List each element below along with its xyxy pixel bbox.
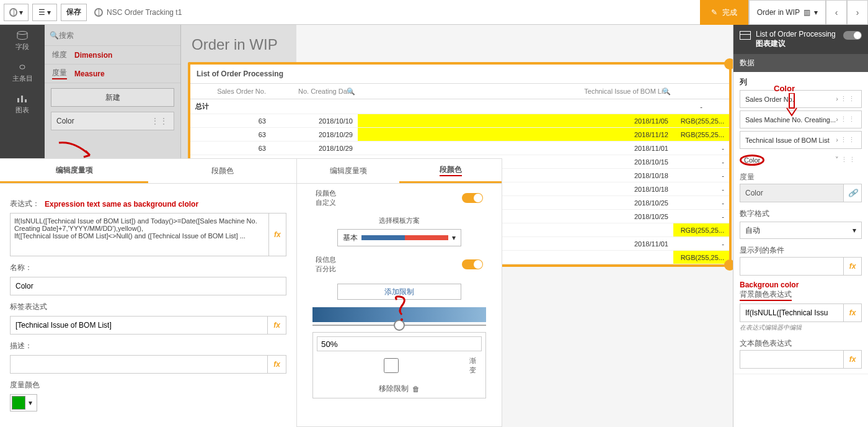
fx-button[interactable]: fx [844, 257, 862, 276]
link-icon [16, 63, 29, 71]
show-condition-input[interactable] [740, 257, 844, 276]
number-format-select[interactable]: 自动▾ [740, 222, 862, 239]
color-swatch [12, 396, 25, 410]
table-row[interactable]: 632018/10/292018/11/12RGB(255,25... [190, 128, 729, 142]
list-dropdown[interactable]: ☰ ▾ [32, 4, 57, 21]
fx-button[interactable]: fx [844, 350, 862, 369]
col-creating-date[interactable]: No. Creating Date🔍 [271, 84, 358, 99]
col-sales-order[interactable]: Sales Order No. [190, 84, 271, 99]
fx-button[interactable]: fx [268, 316, 286, 335]
edit-measure-modal: 编辑度量项 段颜色 表达式：Expression text same as ba… [0, 158, 296, 427]
text-expr-input[interactable] [740, 350, 844, 369]
measure-field[interactable] [740, 184, 844, 202]
globe-icon [94, 8, 103, 17]
bg-expr-input[interactable] [740, 303, 844, 322]
hand-question [391, 295, 415, 326]
fx-button[interactable]: fx [844, 303, 862, 322]
new-button[interactable]: 新建 [51, 88, 174, 107]
trash-icon: 🗑 [412, 385, 420, 393]
measure-annotation: Measure [74, 70, 105, 78]
rail-charts[interactable]: 图表 [0, 88, 45, 120]
next-sheet-button[interactable]: › [847, 0, 868, 25]
table-row[interactable]: 632018/10/292018/11/01- [190, 142, 729, 155]
bg-annotation: Backgroun color [740, 281, 862, 289]
columns-label: 列 [740, 77, 862, 88]
tab-segment-color[interactable]: 段颜色 [148, 159, 296, 183]
table-title: List of Order Processing [190, 65, 729, 84]
bar-chart-icon [16, 94, 29, 103]
scheme-select[interactable]: 基本 ▾ [337, 229, 461, 246]
hand-arrow-1 [56, 140, 105, 171]
svg-rect-4 [789, 93, 794, 108]
table-row[interactable]: 632018/10/102018/11/05RGB(255,25... [190, 114, 729, 128]
properties-panel: List of Order Processing 图表建议 数据 列 Sales… [733, 25, 868, 427]
panel-header: List of Order Processing 图表建议 [733, 25, 868, 54]
sheet-title-top: NSC Order Tracking t1 [94, 8, 182, 17]
search-icon[interactable]: 🔍 [662, 88, 671, 96]
search-icon: 🔍 [50, 31, 59, 40]
top-toolbar: ▾ ☰ ▾ 保存 NSC Order Tracking t1 ✎ 完成 Orde… [0, 0, 868, 25]
segment-color-modal: 编辑度量项 段颜色 段颜色自定义 选择模板方案 基本 ▾ 段信息百分比 添加限制… [296, 158, 502, 427]
field-sales-order[interactable]: Sales Order No.› ⋮⋮ [740, 90, 862, 108]
svg-rect-2 [21, 96, 23, 102]
field-color[interactable]: Color ˅ ⋮⋮ [740, 151, 862, 168]
scheme-preview [361, 235, 448, 240]
search-icon[interactable]: 🔍 [347, 88, 355, 96]
remove-limit-button[interactable]: 移除限制🗑 [317, 384, 482, 394]
segment-color-toggle[interactable] [462, 193, 483, 203]
data-tab[interactable]: 数据 [733, 54, 868, 72]
drag-icon: ⋮⋮ [151, 117, 169, 125]
fields-panel: 🔍 维度Dimension 度量Measure 新建 Color ⋮⋮ [45, 25, 181, 158]
globe-dropdown[interactable]: ▾ [4, 4, 29, 21]
dimension-row[interactable]: 维度Dimension [45, 46, 180, 65]
measure-color-picker[interactable]: ▾ [10, 394, 37, 411]
color-measure-item[interactable]: Color ⋮⋮ [51, 112, 174, 130]
done-button[interactable]: ✎ 完成 [700, 0, 749, 25]
fx-button[interactable]: fx [268, 355, 286, 374]
description-input[interactable] [10, 355, 268, 374]
sheet-selector[interactable]: Order in WIP ▥ ▾ [749, 0, 826, 25]
gradient-checkbox[interactable] [317, 358, 466, 373]
measure-row[interactable]: 度量Measure [45, 65, 180, 83]
field-machine-date[interactable]: Sales Machine No. Creating...› ⋮⋮ [740, 110, 862, 128]
chart-icon: ▥ [804, 8, 810, 17]
globe-icon [9, 8, 17, 17]
rail-fields[interactable]: 字段 [0, 25, 45, 56]
left-rail: 字段 主条目 图表 [0, 25, 45, 158]
percent-input[interactable] [317, 336, 482, 351]
name-input[interactable] [10, 277, 286, 295]
svg-point-5 [401, 318, 403, 321]
link-button[interactable]: 🔗 [844, 184, 862, 202]
hand-arrow-2 [784, 93, 799, 118]
expr-annotation: Expression text same as background clolo… [45, 200, 198, 209]
expression-textarea[interactable]: If(IsNULL([Technical Issue of BOM List])… [10, 213, 269, 256]
color-column-label: Color [774, 84, 795, 93]
color-circled: Color [740, 155, 764, 166]
label-expr-input[interactable] [10, 316, 268, 335]
prev-sheet-button[interactable]: ‹ [826, 0, 847, 25]
suggestion-toggle[interactable] [843, 31, 862, 40]
svg-rect-3 [25, 99, 27, 102]
dimension-annotation: Dimension [74, 51, 112, 60]
svg-point-0 [17, 32, 27, 35]
save-button[interactable]: 保存 [61, 4, 87, 21]
tab-edit-measure-2[interactable]: 编辑度量项 [297, 159, 399, 183]
rail-master-items[interactable]: 主条目 [0, 56, 45, 88]
table-icon [740, 31, 751, 40]
field-tech-issue[interactable]: Technical Issue of BOM List› ⋮⋮ [740, 131, 862, 149]
col-tech-issue[interactable]: Technical Issue of BOM List🔍 [358, 84, 673, 99]
svg-rect-1 [17, 98, 19, 102]
search-box[interactable]: 🔍 [45, 25, 180, 46]
col-color[interactable] [673, 84, 729, 99]
percent-toggle[interactable] [462, 259, 483, 269]
database-icon [16, 31, 29, 40]
fx-button[interactable]: fx [269, 213, 286, 256]
pencil-icon: ✎ [711, 8, 717, 17]
sheet-title: Order in WIP [183, 25, 732, 62]
search-input[interactable] [59, 31, 175, 40]
tab-segment-color-2[interactable]: 段颜色 [399, 159, 502, 183]
